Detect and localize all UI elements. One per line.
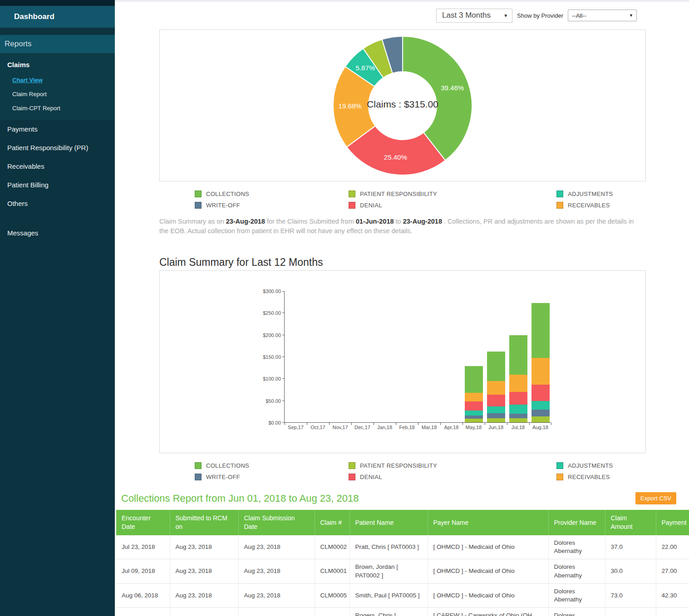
y-axis-label: $50.00 (252, 398, 281, 404)
bar-segment-adjustments-jun-18[interactable] (487, 406, 505, 413)
legend-color-chip (195, 462, 202, 469)
x-axis-label: Sep,17 (285, 425, 307, 430)
cell-provider-name: Dolores Abernathy (548, 559, 605, 583)
cell-patient-name: Rogers, Chris [ PAT0009 ] (349, 608, 428, 616)
sidebar-item-claim-report[interactable]: Claim Report (0, 87, 115, 101)
cell-patient-name: Brown, Jordan [ PAT0002 ] (349, 559, 428, 583)
bar-segment-patient-responsibility-jul-18[interactable] (509, 418, 527, 423)
bar-segment-receivables-may-18[interactable] (465, 393, 483, 401)
cell-patient-name: Pratt, Chris [ PAT0003 ] (349, 535, 428, 559)
legend-label: ADJUSTMENTS (568, 191, 613, 197)
bar-segment-denial-jun-18[interactable] (487, 395, 505, 406)
sidebar-item-chart-view[interactable]: Chart View (0, 73, 115, 87)
cell-patient-name: Smith, Paul [ PAT0005 ] (349, 583, 428, 607)
sidebar-item-claim-cpt-report[interactable]: Claim-CPT Report (0, 101, 115, 115)
legend-color-chip (556, 202, 563, 209)
collections-report-header: Collections Report from Jun 01, 2018 to … (121, 492, 689, 504)
bar-segment-receivables-aug-18[interactable] (532, 358, 550, 385)
cell-submitted-to-rcm-on: Aug 23, 2018 (170, 608, 238, 616)
cell-claim-submission-date: Aug 23, 2018 (238, 535, 315, 559)
bar-segment-write-off-jul-18[interactable] (509, 414, 527, 418)
column-header-claim-amount: Claim Amount (605, 510, 656, 535)
bar-segment-patient-responsibility-jun-18[interactable] (487, 418, 505, 422)
x-axis-tick (440, 423, 441, 425)
top-strip (115, 0, 689, 2)
column-header-payment: Payment (656, 510, 689, 535)
sidebar-item-payments[interactable]: Payments (0, 120, 115, 138)
cell-encounter-date: Jul 23, 2018 (116, 535, 170, 559)
y-axis-tick (282, 378, 285, 379)
legend-item-adjustments: ADJUSTMENTS (556, 462, 689, 469)
donut-center-label: Claims : $315.00 (160, 99, 645, 110)
sidebar-item-messages[interactable]: Messages (0, 224, 115, 242)
cell-provider-name: Dolores Abernathy (548, 583, 605, 607)
bar-segment-denial-may-18[interactable] (465, 401, 483, 411)
legend-color-chip (195, 474, 202, 480)
summary-date: 23-Aug-2018 (403, 218, 442, 225)
y-axis-tick (282, 401, 285, 401)
bar-segment-collections-may-18[interactable] (465, 366, 483, 393)
column-header-submitted-to-rcm-on: Submitted to RCM on (170, 510, 238, 535)
sidebar-reports-header[interactable]: Reports (0, 35, 115, 53)
y-axis-label: $100.00 (252, 376, 281, 381)
legend-label: WRITE-OFF (206, 202, 240, 209)
bar-chart-legend: COLLECTIONSPATIENT RESPONSIBILITYADJUSTM… (195, 462, 689, 480)
bar-segment-receivables-jun-18[interactable] (487, 381, 505, 395)
bar-segment-patient-responsibility-aug-18[interactable] (532, 416, 550, 423)
legend-color-chip (349, 462, 355, 469)
legend-label: COLLECTIONS (206, 191, 249, 197)
cell-encounter-date: Aug 01, 2018 (116, 608, 170, 616)
column-header-claim: Claim # (315, 510, 349, 535)
legend-color-chip (349, 474, 355, 480)
x-axis-tick (329, 423, 330, 425)
legend-item-receivables: RECEIVABLES (556, 202, 689, 209)
y-axis-label: $300.00 (252, 288, 281, 294)
legend-color-chip (556, 462, 563, 469)
cell-submitted-to-rcm-on: Aug 23, 2018 (170, 583, 238, 607)
bar-segment-write-off-aug-18[interactable] (532, 410, 550, 416)
sidebar-dashboard-link[interactable]: Dashboard (0, 6, 115, 28)
legend-item-receivables: RECEIVABLES (556, 474, 689, 480)
sidebar-item-receivables[interactable]: Receivables (0, 157, 115, 176)
bar-segment-patient-responsibility-may-18[interactable] (465, 419, 483, 422)
cell-encounter-date: Jul 09, 2018 (116, 559, 170, 583)
cell-payer-name: [ CAREW ] - Careworks of Ohio (OH BWC) (428, 608, 548, 616)
bar-segment-adjustments-jul-18[interactable] (509, 405, 527, 414)
bar-segment-adjustments-may-18[interactable] (465, 411, 483, 416)
y-axis-label: $250.00 (252, 310, 281, 316)
bar-segment-collections-jul-18[interactable] (509, 335, 527, 375)
provider-select[interactable]: --All-- ▼ (568, 10, 637, 21)
y-axis-label: $150.00 (252, 354, 281, 360)
bar-segment-write-off-jun-18[interactable] (487, 413, 505, 419)
sidebar-item-patient-billing[interactable]: Patient Billing (0, 176, 115, 194)
legend-label: WRITE-OFF (206, 474, 240, 480)
cell-claim: CLM0005 (315, 583, 349, 607)
cell-provider-name: Dolores Abernathy (548, 608, 605, 616)
legend-color-chip (195, 202, 202, 209)
chevron-down-icon: ▼ (503, 13, 508, 18)
column-header-payer-name: Payer Name (428, 510, 548, 535)
sidebar-item-claims[interactable]: Claims (0, 56, 115, 73)
table-row: Jul 09, 2018Aug 23, 2018Aug 23, 2018CLM0… (116, 559, 689, 583)
sidebar-item-patient-responsibility[interactable]: Patient Responsibility (PR) (0, 138, 115, 157)
cell-payment: 22.00 (656, 535, 689, 559)
main-content: Last 3 Months ▼ Show by Provider --All--… (115, 0, 689, 616)
sidebar-item-others[interactable]: Others (0, 194, 115, 213)
bar-segment-denial-aug-18[interactable] (532, 385, 550, 401)
y-axis-tick (282, 422, 285, 423)
sidebar-divider (0, 28, 115, 35)
export-csv-button[interactable]: Export CSV (635, 492, 676, 504)
summary-text: to (394, 218, 403, 225)
bar-segment-adjustments-aug-18[interactable] (532, 401, 550, 410)
bar-segment-collections-aug-18[interactable] (532, 303, 550, 358)
bar-segment-receivables-jul-18[interactable] (509, 375, 527, 392)
column-header-provider-name: Provider Name (548, 510, 605, 535)
filter-controls: Last 3 Months ▼ Show by Provider --All--… (115, 8, 637, 23)
bar-segment-write-off-may-18[interactable] (465, 416, 483, 419)
cell-claim: CLM0003 (315, 608, 349, 616)
bar-segment-collections-jun-18[interactable] (487, 352, 505, 381)
period-select[interactable]: Last 3 Months ▼ (436, 9, 512, 23)
period-select-value: Last 3 Months (442, 11, 491, 20)
bar-segment-denial-jul-18[interactable] (509, 392, 527, 405)
legend-label: DENIAL (360, 202, 382, 209)
